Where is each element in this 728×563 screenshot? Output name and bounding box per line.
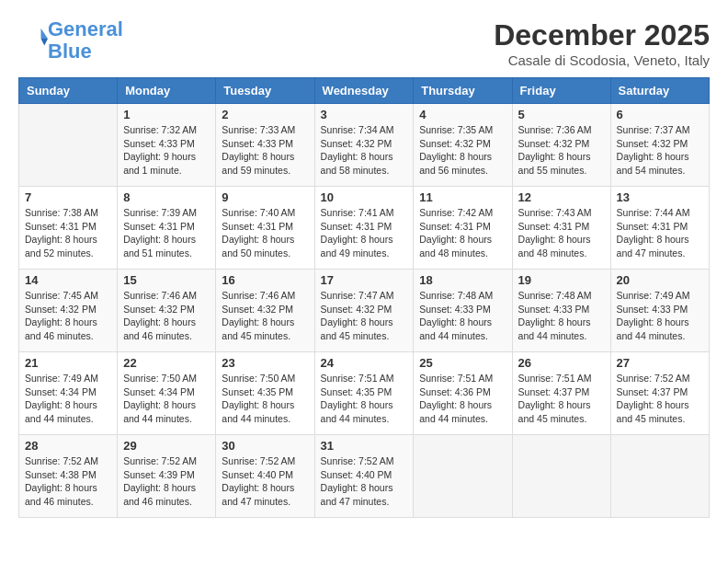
- day-number: 5: [518, 108, 605, 121]
- calendar-cell: [512, 435, 610, 518]
- calendar-cell: 23Sunrise: 7:50 AM Sunset: 4:35 PM Dayli…: [216, 352, 314, 435]
- calendar-cell: 4Sunrise: 7:35 AM Sunset: 4:32 PM Daylig…: [414, 104, 512, 187]
- day-number: 2: [222, 108, 308, 121]
- day-info: Sunrise: 7:51 AM Sunset: 4:35 PM Dayligh…: [321, 372, 408, 426]
- calendar-cell: 12Sunrise: 7:43 AM Sunset: 4:31 PM Dayli…: [512, 187, 610, 270]
- day-number: 7: [25, 190, 111, 204]
- day-number: 18: [419, 273, 506, 287]
- calendar-cell: 28Sunrise: 7:52 AM Sunset: 4:38 PM Dayli…: [19, 435, 118, 518]
- day-number: 6: [617, 108, 703, 121]
- calendar-cell: 30Sunrise: 7:52 AM Sunset: 4:40 PM Dayli…: [216, 435, 314, 518]
- day-number: 3: [321, 108, 408, 121]
- day-info: Sunrise: 7:48 AM Sunset: 4:33 PM Dayligh…: [419, 289, 506, 343]
- calendar-cell: 17Sunrise: 7:47 AM Sunset: 4:32 PM Dayli…: [314, 270, 414, 352]
- calendar-day-header: Monday: [118, 78, 216, 104]
- day-info: Sunrise: 7:48 AM Sunset: 4:33 PM Dayligh…: [518, 289, 605, 343]
- day-info: Sunrise: 7:46 AM Sunset: 4:32 PM Dayligh…: [123, 289, 210, 343]
- svg-marker-1: [41, 39, 49, 46]
- day-info: Sunrise: 7:43 AM Sunset: 4:31 PM Dayligh…: [518, 206, 605, 260]
- calendar-cell: 8Sunrise: 7:39 AM Sunset: 4:31 PM Daylig…: [118, 187, 216, 270]
- calendar-cell: 3Sunrise: 7:34 AM Sunset: 4:32 PM Daylig…: [314, 104, 414, 187]
- day-info: Sunrise: 7:45 AM Sunset: 4:32 PM Dayligh…: [25, 289, 111, 343]
- day-info: Sunrise: 7:33 AM Sunset: 4:33 PM Dayligh…: [222, 123, 308, 178]
- calendar-cell: 20Sunrise: 7:49 AM Sunset: 4:33 PM Dayli…: [610, 270, 709, 352]
- calendar-cell: 11Sunrise: 7:42 AM Sunset: 4:31 PM Dayli…: [414, 187, 512, 270]
- calendar-cell: [19, 104, 118, 187]
- day-info: Sunrise: 7:35 AM Sunset: 4:32 PM Dayligh…: [419, 123, 506, 178]
- calendar-table: SundayMondayTuesdayWednesdayThursdayFrid…: [18, 77, 710, 518]
- calendar-cell: 21Sunrise: 7:49 AM Sunset: 4:34 PM Dayli…: [19, 352, 118, 435]
- calendar-day-header: Tuesday: [216, 78, 314, 104]
- calendar-cell: 2Sunrise: 7:33 AM Sunset: 4:33 PM Daylig…: [216, 104, 314, 187]
- day-number: 22: [123, 356, 210, 370]
- calendar-cell: 19Sunrise: 7:48 AM Sunset: 4:33 PM Dayli…: [512, 270, 610, 352]
- svg-marker-0: [41, 29, 49, 39]
- day-info: Sunrise: 7:41 AM Sunset: 4:31 PM Dayligh…: [321, 206, 408, 260]
- day-number: 24: [321, 356, 408, 370]
- calendar-cell: 13Sunrise: 7:44 AM Sunset: 4:31 PM Dayli…: [610, 187, 709, 270]
- page-header: General Blue December 2025 Casale di Sco…: [18, 18, 710, 68]
- logo-text: General Blue: [48, 18, 123, 63]
- calendar-day-header: Thursday: [414, 78, 512, 104]
- calendar-cell: [610, 435, 709, 518]
- day-info: Sunrise: 7:39 AM Sunset: 4:31 PM Dayligh…: [123, 206, 210, 260]
- calendar-day-header: Wednesday: [314, 78, 414, 104]
- day-number: 10: [321, 190, 408, 204]
- day-number: 8: [123, 190, 210, 204]
- day-number: 13: [617, 190, 703, 204]
- calendar-cell: 16Sunrise: 7:46 AM Sunset: 4:32 PM Dayli…: [216, 270, 314, 352]
- logo-icon: [20, 25, 48, 52]
- day-number: 12: [518, 190, 605, 204]
- day-info: Sunrise: 7:51 AM Sunset: 4:36 PM Dayligh…: [419, 372, 506, 426]
- day-info: Sunrise: 7:44 AM Sunset: 4:31 PM Dayligh…: [617, 206, 703, 260]
- title-area: December 2025 Casale di Scodosia, Veneto…: [494, 18, 710, 68]
- calendar-cell: 14Sunrise: 7:45 AM Sunset: 4:32 PM Dayli…: [19, 270, 118, 352]
- day-number: 23: [222, 356, 308, 370]
- calendar-header: SundayMondayTuesdayWednesdayThursdayFrid…: [19, 78, 710, 104]
- day-info: Sunrise: 7:52 AM Sunset: 4:39 PM Dayligh…: [123, 454, 210, 509]
- day-number: 14: [25, 273, 111, 287]
- day-info: Sunrise: 7:38 AM Sunset: 4:31 PM Dayligh…: [25, 206, 111, 260]
- day-number: 26: [518, 356, 605, 370]
- day-number: 20: [617, 273, 703, 287]
- day-number: 1: [123, 108, 210, 121]
- day-number: 11: [419, 190, 506, 204]
- calendar-cell: 7Sunrise: 7:38 AM Sunset: 4:31 PM Daylig…: [19, 187, 118, 270]
- day-info: Sunrise: 7:40 AM Sunset: 4:31 PM Dayligh…: [222, 206, 308, 260]
- calendar-cell: 9Sunrise: 7:40 AM Sunset: 4:31 PM Daylig…: [216, 187, 314, 270]
- day-number: 19: [518, 273, 605, 287]
- calendar-cell: 1Sunrise: 7:32 AM Sunset: 4:33 PM Daylig…: [118, 104, 216, 187]
- day-info: Sunrise: 7:34 AM Sunset: 4:32 PM Dayligh…: [321, 123, 408, 178]
- day-number: 9: [222, 190, 308, 204]
- day-info: Sunrise: 7:32 AM Sunset: 4:33 PM Dayligh…: [123, 123, 210, 178]
- calendar-cell: 18Sunrise: 7:48 AM Sunset: 4:33 PM Dayli…: [414, 270, 512, 352]
- calendar-day-header: Friday: [512, 78, 610, 104]
- day-info: Sunrise: 7:49 AM Sunset: 4:33 PM Dayligh…: [617, 289, 703, 343]
- day-number: 27: [617, 356, 703, 370]
- day-info: Sunrise: 7:46 AM Sunset: 4:32 PM Dayligh…: [222, 289, 308, 343]
- day-info: Sunrise: 7:42 AM Sunset: 4:31 PM Dayligh…: [419, 206, 506, 260]
- day-info: Sunrise: 7:52 AM Sunset: 4:37 PM Dayligh…: [617, 372, 703, 426]
- day-info: Sunrise: 7:37 AM Sunset: 4:32 PM Dayligh…: [617, 123, 703, 178]
- day-number: 15: [123, 273, 210, 287]
- calendar-cell: [414, 435, 512, 518]
- day-number: 31: [321, 439, 408, 453]
- calendar-cell: 25Sunrise: 7:51 AM Sunset: 4:36 PM Dayli…: [414, 352, 512, 435]
- calendar-cell: 31Sunrise: 7:52 AM Sunset: 4:40 PM Dayli…: [314, 435, 414, 518]
- month-title: December 2025: [494, 18, 710, 52]
- day-info: Sunrise: 7:50 AM Sunset: 4:35 PM Dayligh…: [222, 372, 308, 426]
- calendar-cell: 22Sunrise: 7:50 AM Sunset: 4:34 PM Dayli…: [118, 352, 216, 435]
- logo: General Blue: [18, 18, 123, 63]
- day-info: Sunrise: 7:52 AM Sunset: 4:40 PM Dayligh…: [321, 454, 408, 509]
- day-number: 4: [419, 108, 506, 121]
- calendar-cell: 26Sunrise: 7:51 AM Sunset: 4:37 PM Dayli…: [512, 352, 610, 435]
- calendar-cell: 6Sunrise: 7:37 AM Sunset: 4:32 PM Daylig…: [610, 104, 709, 187]
- day-number: 30: [222, 439, 308, 453]
- day-info: Sunrise: 7:52 AM Sunset: 4:38 PM Dayligh…: [25, 454, 111, 509]
- day-info: Sunrise: 7:47 AM Sunset: 4:32 PM Dayligh…: [321, 289, 408, 343]
- day-number: 21: [25, 356, 111, 370]
- day-number: 28: [25, 439, 111, 453]
- calendar-cell: 10Sunrise: 7:41 AM Sunset: 4:31 PM Dayli…: [314, 187, 414, 270]
- calendar-cell: 24Sunrise: 7:51 AM Sunset: 4:35 PM Dayli…: [314, 352, 414, 435]
- day-number: 17: [321, 273, 408, 287]
